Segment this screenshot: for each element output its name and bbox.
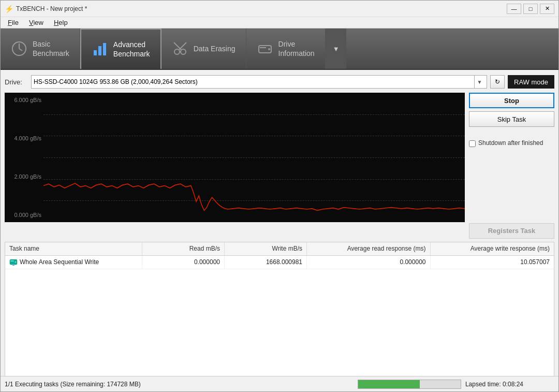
- col-write-mbs: Write mB/s: [225, 242, 307, 255]
- svg-point-7: [181, 49, 186, 54]
- stop-button[interactable]: Stop: [469, 93, 554, 108]
- advanced-benchmark-label: AdvancedBenchmark: [113, 40, 150, 59]
- toolbar-advanced-benchmark[interactable]: AdvancedBenchmark: [80, 28, 161, 69]
- maximize-button[interactable]: □: [523, 4, 538, 14]
- chart-y-axis: 0.000 gB/s 2.000 gB/s 4.000 gB/s 6.000 g…: [5, 93, 43, 222]
- svg-line-9: [174, 42, 181, 50]
- toolbar-dropdown-button[interactable]: ▼: [326, 28, 346, 69]
- task-table-header: Task name Read mB/s Write mB/s Average r…: [5, 242, 554, 256]
- table-row: Whole Area Sequential Write 0.000000 166…: [5, 256, 554, 269]
- cell-avg-read-resp: 0.000000: [307, 256, 431, 269]
- progress-bar: [358, 380, 461, 389]
- toolbar-data-erasing[interactable]: Data Erasing: [161, 28, 246, 69]
- y-label-0: 0.000 gB/s: [7, 212, 41, 218]
- cell-task-name-text: Whole Area Sequential Write: [20, 258, 99, 266]
- benchmark-chart: 0.000 gB/s 2.000 gB/s 4.000 gB/s 6.000 g…: [5, 93, 465, 222]
- basic-benchmark-label: BasicBenchmark: [33, 39, 69, 58]
- menu-view[interactable]: View: [24, 18, 49, 27]
- progress-fill: [358, 380, 420, 388]
- col-avg-write: Average write response (ms): [431, 242, 554, 255]
- task-table-body: Whole Area Sequential Write 0.000000 166…: [5, 256, 554, 269]
- shutdown-checkbox[interactable]: [469, 140, 476, 147]
- drive-value: HS-SSD-C4000 1024G 953.86 GB (2,000,409,…: [34, 78, 474, 85]
- app-window: ⚡ TxBENCH - New project * — □ ✕ File Vie…: [0, 0, 559, 392]
- y-label-4: 4.000 gB/s: [7, 135, 41, 141]
- toolbar-basic-benchmark[interactable]: BasicBenchmark: [1, 28, 80, 69]
- data-erasing-label: Data Erasing: [194, 44, 236, 53]
- y-label-6: 6.000 gB/s: [7, 97, 41, 103]
- svg-point-6: [174, 49, 180, 54]
- refresh-icon: ↻: [495, 78, 500, 85]
- close-button[interactable]: ✕: [540, 4, 554, 14]
- lapsed-time: Lapsed time: 0:08:24: [465, 381, 554, 388]
- svg-rect-3: [94, 50, 97, 55]
- svg-point-11: [268, 48, 270, 50]
- registers-task-button[interactable]: Registers Task: [469, 223, 554, 239]
- svg-rect-14: [10, 260, 14, 262]
- right-panel: Stop Skip Task Shutdown after finished R…: [469, 93, 554, 239]
- cell-write-mbs: 1668.000981: [225, 256, 307, 269]
- svg-point-15: [15, 262, 17, 263]
- minimize-button[interactable]: —: [507, 4, 521, 14]
- cell-task-name: Whole Area Sequential Write: [5, 256, 142, 269]
- svg-rect-5: [103, 43, 106, 55]
- write-task-icon: [9, 258, 18, 266]
- svg-rect-4: [98, 46, 101, 55]
- shutdown-label: Shutdown after finished: [478, 139, 543, 148]
- drive-label: Drive:: [5, 78, 28, 86]
- toolbar: BasicBenchmark AdvancedBenchmark: [1, 28, 558, 70]
- y-label-2: 2.000 gB/s: [7, 173, 41, 180]
- svg-rect-16: [12, 264, 14, 266]
- col-read-mbs: Read mB/s: [142, 242, 225, 255]
- task-table: Task name Read mB/s Write mB/s Average r…: [5, 242, 554, 389]
- toolbar-drive-information[interactable]: DriveInformation: [246, 28, 326, 69]
- col-task-name: Task name: [5, 242, 142, 255]
- dropdown-arrow-icon: ▼: [333, 45, 340, 53]
- statusbar: 1/1 Executing tasks (Size remaining: 174…: [1, 376, 558, 391]
- menu-help[interactable]: Help: [49, 18, 73, 27]
- drive-information-label: DriveInformation: [278, 39, 315, 58]
- drive-row: Drive: HS-SSD-C4000 1024G 953.86 GB (2,0…: [5, 74, 554, 90]
- cell-read-mbs: 0.000000: [142, 256, 225, 269]
- col-avg-read: Average read response (ms): [307, 242, 431, 255]
- scissors-icon: [172, 40, 188, 57]
- main-content: Drive: HS-SSD-C4000 1024G 953.86 GB (2,0…: [1, 70, 558, 392]
- drive-icon: [257, 40, 273, 57]
- raw-mode-button[interactable]: RAW mode: [508, 75, 554, 89]
- chart-bar-icon: [92, 41, 108, 57]
- titlebar: ⚡ TxBENCH - New project * — □ ✕: [1, 1, 558, 17]
- shutdown-checkbox-row: Shutdown after finished: [469, 139, 554, 148]
- skip-task-button[interactable]: Skip Task: [469, 111, 554, 127]
- status-text: 1/1 Executing tasks (Size remaining: 174…: [5, 381, 354, 388]
- app-icon: ⚡: [5, 5, 13, 13]
- clock-icon: [11, 40, 27, 57]
- menubar: File View Help: [1, 17, 558, 28]
- svg-line-2: [19, 49, 22, 51]
- drive-select[interactable]: HS-SSD-C4000 1024G 953.86 GB (2,000,409,…: [31, 75, 487, 89]
- window-title: TxBENCH - New project *: [16, 5, 507, 12]
- drive-refresh-button[interactable]: ↻: [490, 75, 505, 89]
- chart-data-svg: [43, 93, 465, 222]
- window-controls: — □ ✕: [507, 4, 554, 14]
- content-panel: 0.000 gB/s 2.000 gB/s 4.000 gB/s 6.000 g…: [5, 93, 554, 239]
- drive-dropdown-arrow-icon: ▼: [474, 76, 484, 88]
- svg-rect-12: [260, 47, 266, 48]
- menu-file[interactable]: File: [3, 18, 24, 27]
- cell-avg-write-resp: 10.057007: [431, 256, 554, 269]
